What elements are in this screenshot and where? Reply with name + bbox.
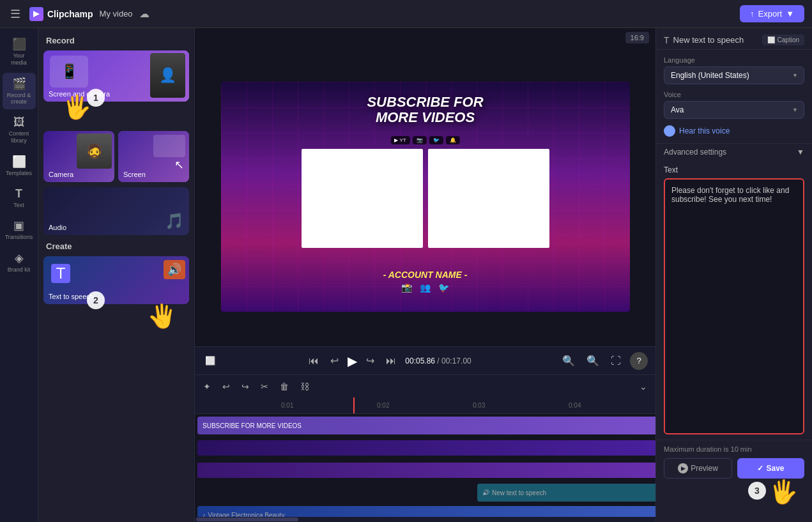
tts-icon: T (51, 264, 70, 283)
fullscreen-button[interactable]: ⛶ (608, 353, 624, 369)
preview-button[interactable]: ▶ Preview (664, 458, 732, 479)
redo-button[interactable]: ↪ (238, 380, 252, 394)
text-box-label: Text (664, 165, 804, 174)
tts-track-icon: 🔊 (482, 489, 489, 496)
max-duration-text: Maximum duration is 10 min (664, 445, 804, 453)
caption-icon: ⬜ (767, 36, 775, 43)
cut-button[interactable]: ✂ (257, 380, 272, 394)
video-title[interactable]: My video (100, 9, 133, 19)
voice-select-wrapper: Ava (664, 101, 804, 119)
skip-forward-button[interactable]: ⏭ (383, 353, 399, 369)
social-pill-yt: ▶ YT (390, 136, 410, 144)
timeline-toolbar: ✦ ↩ ↪ ✂ 🗑 ⛓ ⌄ (195, 374, 655, 397)
voice-label: Voice (664, 91, 804, 98)
topbar-left: ☰ Clipchamp My video ☁ (8, 4, 149, 24)
video-social-icons: 📸 👥 🐦 (383, 282, 468, 293)
caption-button[interactable]: ⬜ Caption (762, 35, 804, 45)
help-button[interactable]: ? (630, 352, 648, 370)
sidebar-item-content-library[interactable]: 🖼 Content library (3, 112, 36, 148)
language-select-wrapper: English (United States) (664, 66, 804, 84)
card-grid: 🧔 Camera ↖ Screen (43, 131, 189, 182)
language-label: Language (664, 56, 804, 64)
track-tts-label: New text to speech (492, 489, 546, 496)
main-layout: ⬛ Your media 🎬 Record & create 🖼 Content… (0, 28, 812, 522)
voice-section: Voice Ava ▶ Hear this voice (656, 88, 812, 143)
undo-button[interactable]: ↩ (219, 380, 233, 394)
language-select[interactable]: English (United States) (664, 66, 804, 84)
svg-marker-0 (33, 11, 40, 17)
camera-label: Camera (49, 171, 73, 178)
magnet-button[interactable]: ✦ (200, 380, 214, 394)
track-row-1: SUBSCRIBE FOR MORE VIDEOS (196, 415, 654, 436)
video-social-row: ▶ YT 📷 🐦 🔔 (390, 136, 459, 144)
sidebar-item-your-media[interactable]: ⬛ Your media (3, 33, 36, 70)
playback-controls: ⬜ ⏮ ↩ ▶ ↪ ⏭ 00:05.86 / 00:17.00 🔍 🔍 ⛶ ? (195, 346, 655, 374)
time-current: 00:05.86 (405, 357, 435, 365)
app-name: Clipchamp (47, 9, 93, 19)
track-row-4: 🔊 New text to speech (196, 482, 654, 503)
timeline: 0:01 0:02 0:03 0:04 SUBSCRIBE FOR MORE V… (195, 397, 655, 522)
track-row-3 (196, 460, 654, 480)
screen-and-camera-card[interactable]: 📱 👤 Screen and camera (43, 50, 189, 102)
audio-waves-icon: 🎵 (165, 212, 184, 230)
captions-button[interactable]: ⬜ (203, 353, 218, 368)
export-icon: ↑ (750, 9, 755, 19)
sidebar-item-record-create[interactable]: 🎬 Record & create (3, 73, 36, 110)
advanced-settings-chevron: ▼ (797, 148, 804, 157)
audio-card[interactable]: 🎵 Audio (43, 187, 189, 235)
transitions-icon: ▣ (13, 219, 24, 233)
video-account-name: - ACCOUNT NAME - (383, 270, 468, 280)
ratio-badge: 16:9 (625, 32, 649, 43)
zoom-out-button[interactable]: 🔍 (560, 352, 578, 369)
menu-button[interactable]: ☰ (8, 4, 23, 24)
zoom-in-button[interactable]: 🔍 (584, 352, 602, 369)
playhead (353, 397, 355, 413)
forward-button[interactable]: ↪ (364, 352, 377, 369)
canvas-preview: SUBSCRIBE FOR MORE VIDEOS ▶ YT 📷 🐦 🔔 (195, 47, 655, 346)
timeline-scrollbar[interactable] (195, 517, 655, 522)
save-check-icon: ✓ (757, 464, 763, 473)
export-button[interactable]: ↑ Export ▼ (740, 5, 804, 22)
link-button[interactable]: ⛓ (297, 380, 312, 394)
save-button[interactable]: ✓ Save (737, 458, 804, 479)
social-pill-bell: 🔔 (446, 136, 460, 144)
instagram-icon: 📸 (401, 282, 412, 293)
social-pill-tw: 🐦 (429, 136, 443, 144)
skip-back-button[interactable]: ⏮ (306, 353, 321, 369)
sidebar-item-brand-kit[interactable]: ◈ Brand kit (3, 247, 36, 277)
video-frame: SUBSCRIBE FOR MORE VIDEOS ▶ YT 📷 🐦 🔔 (221, 82, 630, 312)
tts-card[interactable]: T 🔊 Text to speech (43, 256, 189, 304)
advanced-settings-section[interactable]: Advanced settings ▼ (656, 143, 812, 160)
track-video1[interactable] (197, 440, 655, 456)
ruler-mark-004: 0:04 (569, 402, 581, 409)
audio-label: Audio (49, 224, 66, 231)
notifications-icon[interactable]: ☁ (139, 8, 149, 20)
brand-kit-icon: ◈ (15, 251, 24, 265)
delete-button[interactable]: 🗑 (277, 380, 292, 394)
sidebar-item-templates[interactable]: ⬜ Templates (3, 151, 36, 181)
sidebar-item-transitions[interactable]: ▣ Transitions (3, 215, 36, 245)
text-box-section: Text (656, 160, 812, 440)
hand-cursor-3: 🖐 (769, 479, 798, 505)
app-logo: Clipchamp (29, 7, 93, 21)
camera-card[interactable]: 🧔 Camera (43, 131, 114, 182)
templates-icon: ⬜ (12, 155, 26, 169)
your-media-icon: ⬛ (12, 37, 26, 51)
rewind-button[interactable]: ↩ (328, 352, 341, 369)
track-tts[interactable]: 🔊 New text to speech (477, 484, 655, 502)
rp-title: New text to speech (673, 35, 744, 45)
track-subscribe[interactable]: SUBSCRIBE FOR MORE VIDEOS (197, 417, 655, 434)
play-button[interactable]: ▶ (348, 353, 357, 369)
video-bottom-section: - ACCOUNT NAME - 📸 👥 🐦 (383, 270, 468, 293)
track-video2[interactable] (197, 463, 655, 478)
hear-voice-button[interactable]: ▶ Hear this voice (664, 123, 730, 139)
text-input[interactable] (664, 178, 804, 434)
record-create-icon: 🎬 (12, 77, 26, 91)
screen-label: Screen (123, 171, 146, 178)
badge-2: 2 (87, 291, 105, 309)
voice-select[interactable]: Ava (664, 101, 804, 119)
sidebar-item-text[interactable]: T Text (3, 183, 36, 213)
screen-card[interactable]: ↖ Screen (118, 131, 189, 182)
expand-timeline-button[interactable]: ⌄ (636, 380, 650, 394)
timeline-scrollbar-thumb[interactable] (196, 518, 298, 521)
